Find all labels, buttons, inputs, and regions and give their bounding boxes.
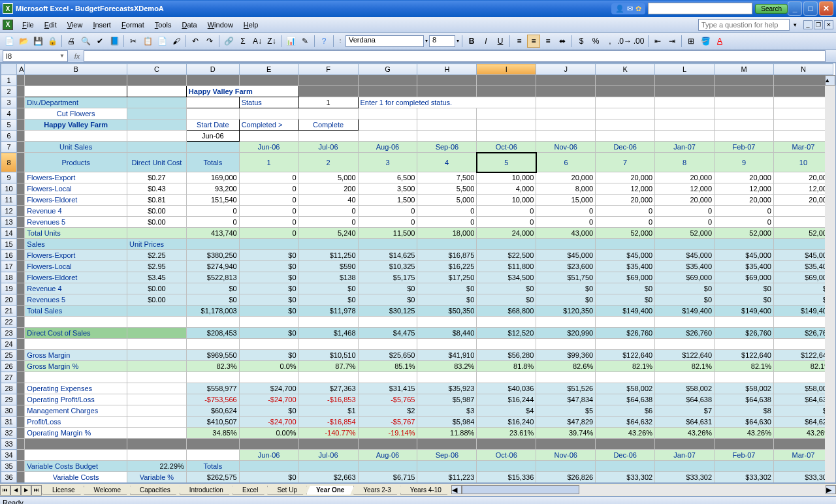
row-header-1[interactable]: 1 <box>1 75 17 86</box>
messenger-icon[interactable]: ✿ <box>635 5 641 13</box>
formula-bar[interactable] <box>84 50 826 62</box>
row-header-18[interactable]: 18 <box>1 272 17 283</box>
row-header-24[interactable]: 24 <box>1 339 17 350</box>
vertical-scrollbar[interactable]: ▴ <box>825 75 835 482</box>
row-header-26[interactable]: 26 <box>1 361 17 372</box>
col-header-F[interactable]: F <box>298 64 358 75</box>
undo-button[interactable]: ↶ <box>189 35 202 48</box>
row-header-12[interactable]: 12 <box>1 206 17 217</box>
col-header-M[interactable]: M <box>715 64 774 75</box>
fx-icon[interactable]: fx <box>71 52 84 60</box>
doc-restore-button[interactable]: ❐ <box>814 20 823 29</box>
sheet-tab-capacities[interactable]: Capacities <box>130 486 180 495</box>
align-left-button[interactable]: ≡ <box>513 35 526 48</box>
font-color-button[interactable]: A <box>713 35 726 48</box>
row-header-23[interactable]: 23 <box>1 328 17 339</box>
col-header-D[interactable]: D <box>186 64 239 75</box>
redo-button[interactable]: ↷ <box>203 35 216 48</box>
menu-help[interactable]: Help <box>238 20 264 30</box>
permission-button[interactable]: 🔒 <box>46 35 59 48</box>
increase-indent-button[interactable]: ⇥ <box>666 35 679 48</box>
row-header-27[interactable]: 27 <box>1 372 17 383</box>
sheet-tab-license[interactable]: License <box>42 486 84 495</box>
row-header-19[interactable]: 19 <box>1 283 17 294</box>
sheet-tab-years-2-3[interactable]: Years 2-3 <box>353 486 400 495</box>
sheet-tab-excel[interactable]: Excel <box>233 486 268 495</box>
minimize-button[interactable]: _ <box>788 1 802 16</box>
save-button[interactable]: 💾 <box>31 35 44 48</box>
preview-button[interactable]: 🔍 <box>79 35 92 48</box>
menu-edit[interactable]: Edit <box>39 20 62 30</box>
col-header-B[interactable]: B <box>25 64 127 75</box>
paste-button[interactable]: 📄 <box>155 35 169 48</box>
tab-prev-button[interactable]: ◀ <box>10 485 21 496</box>
row-header-36[interactable]: 36 <box>1 472 17 483</box>
row-header-33[interactable]: 33 <box>1 439 17 450</box>
row-header-10[interactable]: 10 <box>1 183 17 195</box>
col-header-C[interactable]: C <box>127 64 186 75</box>
row-header-8[interactable]: 8 <box>1 153 17 172</box>
merge-button[interactable]: ⬌ <box>556 35 569 48</box>
row-header-9[interactable]: 9 <box>1 172 17 183</box>
comma-button[interactable]: , <box>603 35 617 48</box>
fill-color-button[interactable]: 🪣 <box>699 35 712 48</box>
sheet-tab-welcome[interactable]: Welcome <box>84 486 131 495</box>
menu-window[interactable]: Window <box>202 20 238 30</box>
open-button[interactable]: 📂 <box>17 35 30 48</box>
doc-minimize-button[interactable]: _ <box>803 20 812 29</box>
menu-tools[interactable]: Tools <box>150 20 177 30</box>
col-header-A[interactable]: A <box>17 64 25 75</box>
name-box[interactable]: I8▼ <box>3 50 68 62</box>
row-header-3[interactable]: 3 <box>1 97 17 108</box>
menu-format[interactable]: Format <box>116 20 150 30</box>
col-header-I[interactable]: I <box>477 64 536 75</box>
print-button[interactable]: 🖨 <box>65 35 78 48</box>
underline-button[interactable]: U <box>494 35 507 48</box>
row-header-5[interactable]: 5 <box>1 119 17 131</box>
row-header-34[interactable]: 34 <box>1 450 17 461</box>
row-header-21[interactable]: 21 <box>1 306 17 317</box>
row-header-15[interactable]: 15 <box>1 239 17 250</box>
sheet-tab-set-up[interactable]: Set Up <box>267 486 307 495</box>
decrease-decimal-button[interactable]: .00 <box>632 35 645 48</box>
tab-first-button[interactable]: ⏮ <box>0 485 10 496</box>
excel-doc-icon[interactable]: X <box>3 20 13 30</box>
tab-next-button[interactable]: ▶ <box>21 485 31 496</box>
row-header-30[interactable]: 30 <box>1 405 17 417</box>
worksheet-area[interactable]: ABCDEFGHIJKLMN12Happy Valley Farm3Div./D… <box>0 63 836 483</box>
font-name-select[interactable]: Verdana <box>346 35 424 47</box>
font-size-select[interactable]: 8 <box>429 35 455 47</box>
dropdown-icon[interactable]: ▾ <box>794 22 797 28</box>
sheet-tab-year-one[interactable]: Year One <box>306 486 354 495</box>
hyperlink-button[interactable]: 🔗 <box>222 35 235 48</box>
cut-button[interactable]: ✂ <box>127 35 140 48</box>
col-header-E[interactable]: E <box>239 64 298 75</box>
search-button[interactable]: Search <box>755 4 788 14</box>
col-header-N[interactable]: N <box>773 64 833 75</box>
menu-insert[interactable]: Insert <box>88 20 116 30</box>
row-header-4[interactable]: 4 <box>1 108 17 119</box>
sort-desc-button[interactable]: Z↓ <box>265 35 278 48</box>
tab-last-button[interactable]: ⏭ <box>31 485 42 496</box>
increase-decimal-button[interactable]: .0→ <box>618 35 631 48</box>
row-header-29[interactable]: 29 <box>1 394 17 405</box>
new-button[interactable]: 📄 <box>3 35 16 48</box>
row-header-7[interactable]: 7 <box>1 142 17 153</box>
row-header-6[interactable]: 6 <box>1 131 17 142</box>
col-header-L[interactable]: L <box>655 64 715 75</box>
italic-button[interactable]: I <box>479 35 492 48</box>
row-header-17[interactable]: 17 <box>1 261 17 272</box>
format-painter-button[interactable]: 🖌 <box>170 35 183 48</box>
chart-button[interactable]: 📊 <box>284 35 297 48</box>
person-icon[interactable]: 👤 <box>615 5 624 13</box>
sheet-tab-introduction[interactable]: Introduction <box>180 486 233 495</box>
borders-button[interactable]: ⊞ <box>684 35 698 48</box>
sheet-tab-years-4-10[interactable]: Years 4-10 <box>400 486 451 495</box>
menu-data[interactable]: Data <box>176 20 202 30</box>
row-header-20[interactable]: 20 <box>1 294 17 306</box>
row-header-13[interactable]: 13 <box>1 217 17 228</box>
row-header-35[interactable]: 35 <box>1 461 17 472</box>
horizontal-scrollbar[interactable]: ◀ ▶ <box>451 485 836 496</box>
align-center-button[interactable]: ≡ <box>527 35 540 48</box>
row-header-28[interactable]: 28 <box>1 383 17 394</box>
